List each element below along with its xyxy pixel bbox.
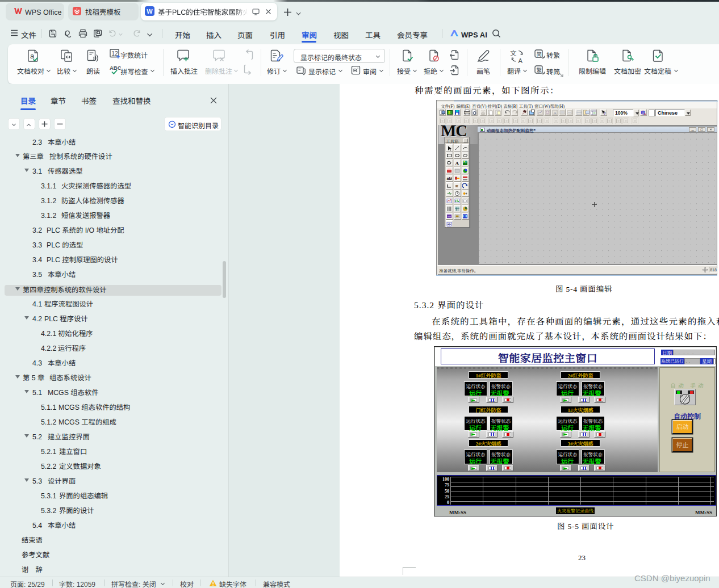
svg-text:繁: 繁 [536, 66, 542, 74]
svg-text:$: $ [448, 111, 450, 115]
svg-text:ABC: ABC [110, 65, 121, 71]
svg-text:A: A [519, 57, 523, 64]
svg-text:abl: abl [447, 177, 453, 180]
svg-text:简: 简 [536, 50, 542, 58]
svg-text:A: A [554, 111, 557, 115]
svg-text:文: 文 [510, 49, 517, 57]
svg-text:A: A [455, 161, 459, 166]
svg-text:?: ? [604, 111, 606, 116]
svg-text:12: 12 [111, 50, 118, 57]
svg-text:A: A [644, 112, 646, 115]
svg-text:a: a [30, 52, 35, 60]
